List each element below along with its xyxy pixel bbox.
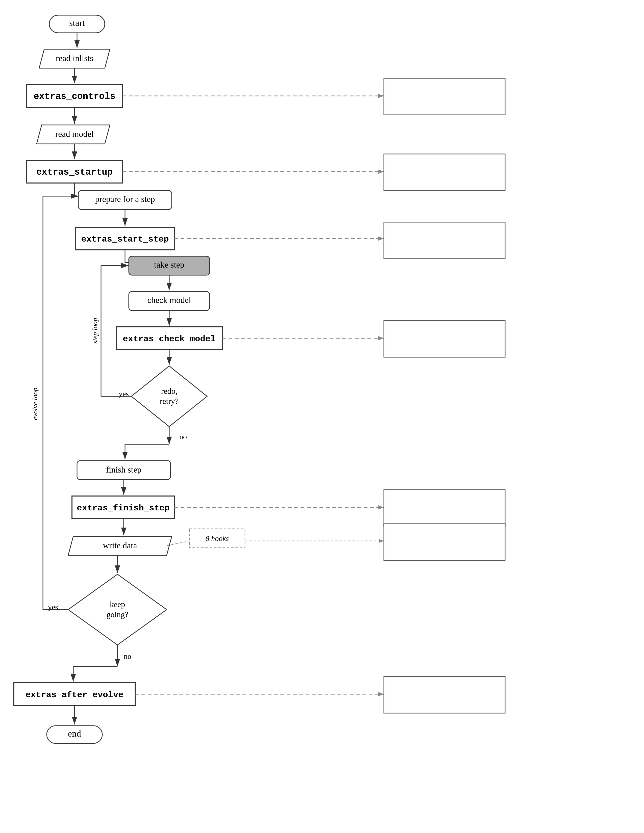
no-label-retry: no [179,433,187,441]
keep-going-label: keep [110,600,125,609]
start-label: start [69,18,85,28]
prepare-step-label: prepare for a step [95,195,155,204]
extras-finish-step-label: extras_finish_step [77,503,169,513]
svg-rect-31 [384,321,505,357]
redo-retry-label2: retry? [160,397,179,406]
end-label: end [68,728,81,738]
read-inlists-label: read inlists [56,53,93,63]
extras-check-model-label: extras_check_model [123,334,216,344]
evolve-loop-label: evolve loop [31,388,39,420]
diagram-container: start read inlists extras_controls read … [0,0,644,833]
keep-going-label2: going? [106,610,128,619]
svg-rect-61 [384,677,505,713]
step-loop-label: step loop [91,318,99,344]
read-model-label: read model [55,129,94,138]
take-step-label: take step [154,260,184,269]
svg-rect-15 [384,154,505,191]
eight-hooks-label: 8 hooks [206,534,229,542]
svg-rect-9 [384,78,505,115]
extras-start-step-label: extras_start_step [81,235,169,244]
extras-controls-label: extras_controls [34,92,116,102]
finish-step-label: finish step [106,465,142,474]
svg-rect-50 [384,524,505,560]
check-model-label: check model [148,295,191,305]
svg-rect-22 [384,222,505,259]
extras-startup-label: extras_startup [36,167,113,177]
svg-rect-44 [384,490,505,526]
no-label-keep: no [124,652,131,660]
extras-after-evolve-label: extras_after_evolve [26,690,124,700]
write-data-label: write data [103,541,137,550]
redo-retry-label: redo, [161,386,177,396]
